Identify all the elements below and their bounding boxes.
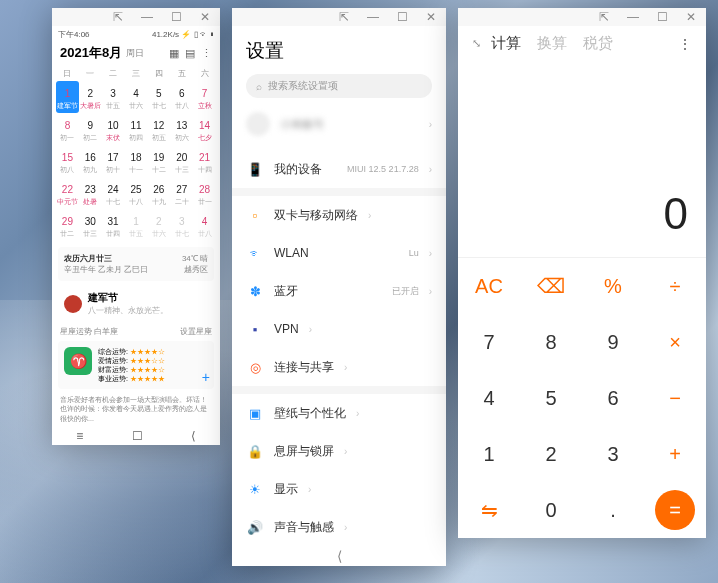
tab-convert[interactable]: 换算: [537, 34, 567, 53]
equals-button[interactable]: =: [644, 482, 706, 538]
maximize-button[interactable]: ☐: [657, 10, 668, 24]
maximize-button[interactable]: ☐: [397, 10, 408, 24]
day-cell[interactable]: 8初一: [56, 113, 79, 145]
view-icon[interactable]: ▦: [169, 47, 179, 60]
day-cell[interactable]: 19十二: [147, 145, 170, 177]
settings-item[interactable]: ᯤWLANLu›: [246, 234, 432, 272]
item-label: 我的设备: [274, 161, 322, 178]
day-cell[interactable]: 7立秋: [193, 81, 216, 113]
day-cell[interactable]: 6廿八: [170, 81, 193, 113]
add-button[interactable]: +: [202, 369, 210, 385]
settings-item[interactable]: ✽蓝牙已开启›: [246, 272, 432, 310]
key-3[interactable]: 3: [582, 426, 644, 482]
key-1[interactable]: 1: [458, 426, 520, 482]
nav-back[interactable]: ⟨: [191, 429, 196, 443]
day-cell[interactable]: 14七夕: [193, 113, 216, 145]
day-cell[interactable]: 26十九: [147, 177, 170, 209]
key-.[interactable]: .: [582, 482, 644, 538]
day-cell[interactable]: 12初五: [147, 113, 170, 145]
settings-item[interactable]: ▪VPN›: [246, 310, 432, 348]
key-7[interactable]: 7: [458, 314, 520, 370]
pin-icon[interactable]: ⇱: [339, 10, 349, 24]
key-+[interactable]: +: [644, 426, 706, 482]
settings-item[interactable]: 🔒息屏与锁屏›: [246, 432, 432, 470]
day-cell[interactable]: 25十八: [125, 177, 148, 209]
settings-item[interactable]: 📱我的设备MIUI 12.5 21.7.28›: [246, 150, 432, 188]
day-cell[interactable]: 3廿七: [170, 209, 193, 241]
nav-home[interactable]: ☐: [132, 429, 143, 443]
key-⇋[interactable]: ⇋: [458, 482, 520, 538]
nav-back[interactable]: ⟨: [337, 548, 342, 564]
day-cell[interactable]: 23处暑: [79, 177, 102, 209]
day-cell[interactable]: 16初九: [79, 145, 102, 177]
day-cell[interactable]: 9初二: [79, 113, 102, 145]
festival-card[interactable]: 建军节 八一精神、永放光芒。: [58, 285, 214, 322]
tab-calc[interactable]: 计算: [491, 34, 521, 53]
settings-item[interactable]: 🔊声音与触感›: [246, 508, 432, 546]
minimize-button[interactable]: —: [367, 10, 379, 24]
key-4[interactable]: 4: [458, 370, 520, 426]
day-cell[interactable]: 1建军节: [56, 81, 79, 113]
calendar-icon[interactable]: ▤: [185, 47, 195, 60]
key-8[interactable]: 8: [520, 314, 582, 370]
more-icon[interactable]: ⋮: [678, 36, 692, 52]
key-9[interactable]: 9: [582, 314, 644, 370]
day-cell[interactable]: 5廿七: [147, 81, 170, 113]
day-cell[interactable]: 20十三: [170, 145, 193, 177]
pin-icon[interactable]: ⇱: [113, 10, 123, 24]
day-cell[interactable]: 22中元节: [56, 177, 79, 209]
horoscope-settings-button[interactable]: 设置星座: [180, 326, 212, 337]
day-cell[interactable]: 27二十: [170, 177, 193, 209]
settings-item[interactable]: ◎连接与共享›: [246, 348, 432, 386]
key-×[interactable]: ×: [644, 314, 706, 370]
close-button[interactable]: ✕: [686, 10, 696, 24]
key-6[interactable]: 6: [582, 370, 644, 426]
key-5[interactable]: 5: [520, 370, 582, 426]
key-%[interactable]: %: [582, 258, 644, 314]
settings-item[interactable]: ▫双卡与移动网络›: [246, 196, 432, 234]
day-cell[interactable]: 2大暑后: [79, 81, 102, 113]
day-cell[interactable]: 30廿三: [79, 209, 102, 241]
key-⌫[interactable]: ⌫: [520, 258, 582, 314]
day-cell[interactable]: 2廿六: [147, 209, 170, 241]
search-input[interactable]: ⌕ 搜索系统设置项: [246, 74, 432, 98]
pin-icon[interactable]: ⇱: [599, 10, 609, 24]
month-title[interactable]: 2021年8月: [60, 44, 122, 62]
key-AC[interactable]: AC: [458, 258, 520, 314]
day-cell[interactable]: 15初八: [56, 145, 79, 177]
key-0[interactable]: 0: [520, 482, 582, 538]
day-cell[interactable]: 21十四: [193, 145, 216, 177]
minimize-button[interactable]: —: [141, 10, 153, 24]
day-cell[interactable]: 29廿二: [56, 209, 79, 241]
tab-loan[interactable]: 税贷: [583, 34, 613, 53]
day-cell[interactable]: 13初六: [170, 113, 193, 145]
key-−[interactable]: −: [644, 370, 706, 426]
account-row[interactable]: 小米账号 ›: [246, 98, 432, 150]
minimize-button[interactable]: —: [627, 10, 639, 24]
day-cell[interactable]: 10末伏: [102, 113, 125, 145]
day-cell[interactable]: 31廿四: [102, 209, 125, 241]
more-icon[interactable]: ⋮: [201, 47, 212, 60]
day-cell[interactable]: 4廿六: [125, 81, 148, 113]
key-÷[interactable]: ÷: [644, 258, 706, 314]
day-cell[interactable]: 11初四: [125, 113, 148, 145]
day-cell[interactable]: 4廿八: [193, 209, 216, 241]
day-cell[interactable]: 1廿五: [125, 209, 148, 241]
day-cell[interactable]: 17初十: [102, 145, 125, 177]
close-button[interactable]: ✕: [426, 10, 436, 24]
key-2[interactable]: 2: [520, 426, 582, 482]
maximize-button[interactable]: ☐: [171, 10, 182, 24]
close-button[interactable]: ✕: [200, 10, 210, 24]
settings-item[interactable]: ▣壁纸与个性化›: [246, 394, 432, 432]
nav-menu[interactable]: ≡: [76, 429, 83, 443]
settings-item[interactable]: ☀显示›: [246, 470, 432, 508]
festival-desc: 八一精神、永放光芒。: [88, 305, 168, 316]
day-cell[interactable]: 24十七: [102, 177, 125, 209]
item-icon: 🔒: [246, 442, 264, 460]
day-cell[interactable]: 18十一: [125, 145, 148, 177]
horoscope-card[interactable]: ♈ 综合运势: ★★★★☆爱情运势: ★★★☆☆财富运势: ★★★★☆事业运势:…: [58, 341, 214, 389]
shrink-icon[interactable]: ⤡: [472, 37, 481, 50]
lunar-info-card[interactable]: 农历六月廿三 辛丑牛年 乙未月 乙巳日 34℃ 晴 越秀区: [58, 247, 214, 281]
day-cell[interactable]: 3廿五: [102, 81, 125, 113]
day-cell[interactable]: 28廿一: [193, 177, 216, 209]
